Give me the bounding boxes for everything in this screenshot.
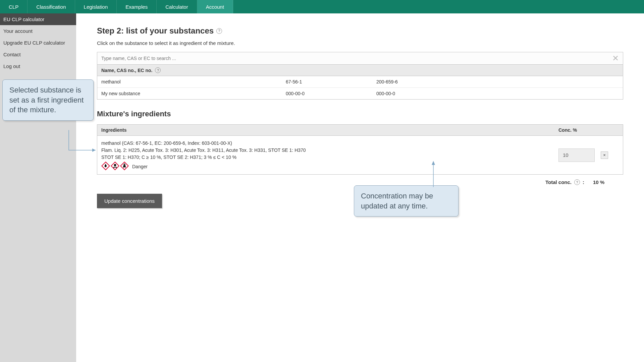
nav-calculator[interactable]: Calculator [157, 0, 197, 13]
ingredient-title: methanol (CAS: 67-56-1, EC: 200-659-6, I… [101, 140, 558, 147]
help-icon[interactable]: ? [216, 28, 222, 34]
signal-word: Danger [132, 163, 148, 170]
nav-clp[interactable]: CLP [0, 0, 28, 13]
ingredients-header-label: Ingredients [101, 127, 558, 133]
total-value: 10 % [593, 179, 610, 185]
substances-panel: ✕ Name, CAS no., EC no. ? methanol 67-56… [97, 52, 623, 100]
sidebar: EU CLP calculator Your account Upgrade E… [0, 13, 76, 362]
page-title-text: Step 2: list of your substances [97, 26, 214, 36]
pictogram-row: Danger [101, 162, 558, 170]
colon: : [583, 179, 584, 185]
substance-ec: 200-659-6 [376, 79, 619, 84]
substance-name: My new substance [101, 91, 286, 96]
nav-legislation[interactable]: Legislation [75, 0, 117, 13]
nav-account[interactable]: Account [197, 0, 233, 13]
ingredient-controls: × [558, 148, 619, 162]
update-concentrations-button[interactable]: Update concentrations [97, 194, 162, 208]
sidebar-header: EU CLP calculator [0, 13, 76, 25]
concentration-input[interactable] [558, 148, 595, 162]
ingredient-limits: STOT SE 1: H370; C ≥ 10 %, STOT SE 2: H3… [101, 154, 558, 161]
sidebar-item-account[interactable]: Your account [0, 25, 76, 37]
ingredient-hazards: Flam. Liq. 2: H225, Acute Tox. 3: H301, … [101, 147, 558, 154]
substances-table-header: Name, CAS no., EC no. ? [97, 65, 623, 76]
ingredient-info: methanol (CAS: 67-56-1, EC: 200-659-6, I… [101, 140, 558, 170]
substance-row[interactable]: methanol 67-56-1 200-659-6 [97, 76, 623, 88]
nav-label: CLP [9, 4, 18, 10]
nav-classification[interactable]: Classification [28, 0, 75, 13]
nav-label: Calculator [165, 4, 188, 10]
sidebar-item-contact[interactable]: Contact [0, 49, 76, 60]
help-icon[interactable]: ? [574, 179, 580, 185]
search-row: ✕ [97, 52, 623, 65]
callout-selected-substance: Selected substance is set as a first ing… [2, 79, 94, 121]
page-subtitle: Click on the substance to select it as i… [97, 40, 623, 46]
sidebar-item-upgrade[interactable]: Upgrade EU CLP calculator [0, 37, 76, 49]
nav-examples[interactable]: Examples [117, 0, 157, 13]
ingredients-title: Mixture's ingredients [97, 110, 623, 118]
conc-header-label: Conc. % [558, 127, 619, 133]
total-row: Total conc. ? : 10 % [97, 175, 623, 185]
page-title: Step 2: list of your substances ? [97, 26, 623, 36]
substance-row[interactable]: My new substance 000-00-0 000-00-0 [97, 88, 623, 99]
total-label: Total conc. [545, 179, 572, 185]
ingredients-header: Ingredients Conc. % [97, 125, 623, 136]
ghs-health-hazard-icon [120, 162, 129, 170]
help-icon[interactable]: ? [155, 67, 161, 73]
clear-search-icon[interactable]: ✕ [608, 54, 623, 63]
ingredients-panel: Ingredients Conc. % methanol (CAS: 67-56… [97, 124, 623, 175]
callout-concentration: Concentration may be updated at any time… [354, 185, 459, 217]
sidebar-item-logout[interactable]: Log out [0, 60, 76, 72]
substance-cas: 67-56-1 [286, 79, 376, 84]
substance-cas: 000-00-0 [286, 91, 376, 96]
ingredient-row: methanol (CAS: 67-56-1, EC: 200-659-6, I… [97, 136, 623, 174]
search-input[interactable] [97, 52, 608, 64]
substance-ec: 000-00-0 [376, 91, 619, 96]
ghs-flammable-icon [101, 162, 110, 170]
nav-label: Legislation [84, 4, 108, 10]
nav-label: Account [206, 4, 224, 10]
table-header-label: Name, CAS no., EC no. [101, 68, 152, 73]
nav-label: Examples [125, 4, 148, 10]
nav-label: Classification [36, 4, 66, 10]
ghs-toxic-icon [111, 162, 119, 170]
svg-point-2 [114, 164, 116, 166]
top-nav: CLP Classification Legislation Examples … [0, 0, 644, 13]
substance-name: methanol [101, 79, 286, 84]
remove-ingredient-button[interactable]: × [601, 152, 608, 159]
